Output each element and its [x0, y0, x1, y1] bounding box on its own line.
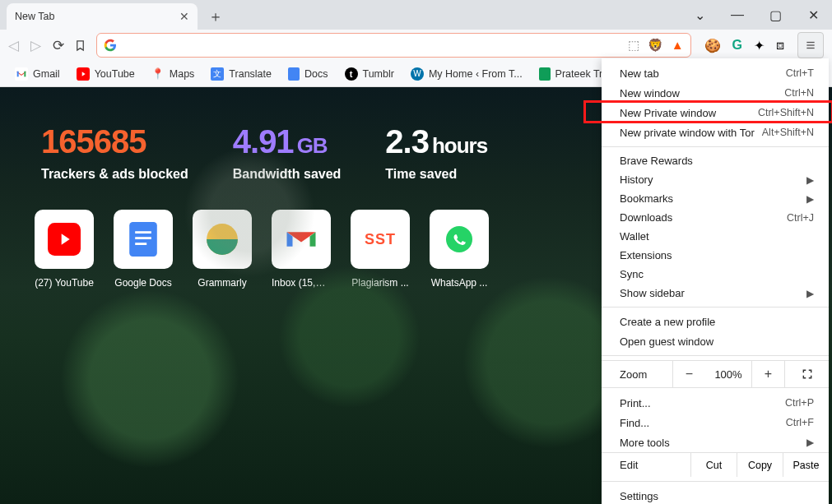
bk-label: Gmail	[33, 68, 60, 80]
svg-rect-3	[15, 67, 28, 81]
tile-grammarly[interactable]: Grammarly	[193, 210, 252, 289]
menu-settings[interactable]: Settings	[602, 486, 829, 504]
menu-downloads[interactable]: DownloadsCtrl+J	[602, 208, 829, 227]
tile-inbox[interactable]: Inbox (15,666)	[272, 210, 331, 289]
menu-item-label: Show sidebar	[620, 287, 685, 299]
cut-button[interactable]: Cut	[690, 453, 737, 477]
fullscreen-button[interactable]	[784, 361, 829, 387]
menu-item-label: Open guest window	[620, 335, 713, 348]
menu-item-label: Create a new profile	[620, 316, 715, 328]
tile-whatsapp[interactable]: WhatsApp ...	[430, 210, 489, 289]
new-tab-button[interactable]: ＋	[204, 5, 227, 28]
menu-item-label: Settings	[620, 490, 658, 502]
menu-sidebar[interactable]: Show sidebar▶	[602, 284, 829, 303]
zoom-out-button[interactable]: −	[672, 361, 705, 387]
window-minimize-icon[interactable]: —	[718, 2, 756, 28]
menu-new-window[interactable]: New windowCtrl+N	[602, 83, 829, 103]
extension-icons: 🍪 G ✦ ⧈	[701, 38, 788, 53]
bk-gmail[interactable]: Gmail	[15, 67, 60, 81]
wallet-ext-icon[interactable]: ⧈	[776, 38, 784, 53]
bk-maps[interactable]: 📍 Maps	[151, 67, 195, 80]
menu-new-tab[interactable]: New tabCtrl+T	[602, 63, 829, 83]
brave-rewards-icon[interactable]: ▲	[672, 38, 684, 53]
back-button[interactable]: ◁	[8, 37, 19, 54]
menu-new-tor[interactable]: New private window with TorAlt+Shift+N	[602, 123, 829, 142]
window-dropdown-icon[interactable]: ⌄	[681, 2, 718, 28]
menu-item-label: History	[620, 173, 653, 186]
reload-button[interactable]: ⟳	[53, 37, 64, 54]
bk-wordpress[interactable]: W My Home ‹ From T...	[411, 67, 523, 81]
zoom-label: Zoom	[602, 368, 672, 381]
menu-item-label: Sync	[620, 268, 644, 280]
grammarly-ext-icon[interactable]: G	[732, 38, 742, 53]
titlebar: New Tab ✕ ＋ ⌄ — ▢ ✕	[0, 0, 832, 30]
forward-button[interactable]: ▷	[30, 37, 41, 54]
menu-extensions[interactable]: Extensions	[602, 246, 829, 265]
stat-label: Time saved	[385, 167, 487, 182]
menu-shortcut: Ctrl+F	[786, 417, 814, 428]
menu-create-profile[interactable]: Create a new profile	[602, 312, 829, 331]
window-maximize-icon[interactable]: ▢	[756, 2, 794, 28]
window-close-icon[interactable]: ✕	[794, 2, 832, 28]
menu-rewards[interactable]: Brave Rewards	[602, 151, 829, 170]
menu-print[interactable]: Print...Ctrl+P	[602, 393, 829, 413]
sheets-icon	[539, 67, 551, 81]
menu-shortcut: Ctrl+Shift+N	[758, 107, 814, 118]
url-input[interactable]	[117, 39, 628, 52]
menu-guest[interactable]: Open guest window	[602, 331, 829, 351]
stat-trackers: 165685 Trackers & ads blocked	[41, 123, 188, 182]
menu-item-label: New tab	[620, 67, 659, 80]
menu-wallet[interactable]: Wallet	[602, 227, 829, 246]
address-bar[interactable]: ⬚ 🦁 ▲	[96, 33, 691, 58]
bk-translate[interactable]: 文 Translate	[211, 67, 272, 81]
stat-value: 165685	[41, 123, 188, 160]
menu-find[interactable]: Find...Ctrl+F	[602, 413, 829, 432]
paste-button[interactable]: Paste	[783, 453, 829, 477]
menu-shortcut: Ctrl+N	[784, 87, 814, 99]
wordpress-icon: W	[411, 67, 424, 81]
menu-item-label: Print...	[620, 397, 651, 409]
svg-point-11	[446, 226, 472, 252]
zoom-percent: 100%	[705, 368, 751, 381]
bk-docs[interactable]: Docs	[288, 67, 328, 81]
zoom-in-button[interactable]: +	[751, 361, 784, 387]
menu-shortcut: Ctrl+T	[786, 67, 814, 79]
bookmark-page-icon[interactable]	[74, 39, 86, 52]
tile-plagiarism[interactable]: SST Plagiarism ...	[351, 210, 410, 289]
menu-new-private[interactable]: New Private windowCtrl+Shift+N	[602, 103, 829, 123]
menu-separator	[602, 355, 829, 356]
menu-separator	[602, 481, 829, 482]
menu-shortcut: Ctrl+J	[787, 212, 814, 224]
cookie-ext-icon[interactable]: 🍪	[704, 38, 721, 53]
tile-googledocs[interactable]: Google Docs	[114, 210, 173, 289]
svg-rect-7	[135, 231, 151, 234]
menu-bookmarks[interactable]: Bookmarks▶	[602, 189, 829, 208]
bk-label: Docs	[304, 68, 328, 80]
tile-label: Inbox (15,666)	[272, 277, 331, 289]
brave-shield-icon[interactable]: 🦁	[648, 38, 663, 53]
menu-item-label: Find...	[620, 417, 649, 429]
menu-edit-row: EditCutCopyPaste	[602, 452, 829, 477]
stat-label: Trackers & ads blocked	[41, 167, 188, 182]
menu-shortcut: Alt+Shift+N	[762, 127, 814, 138]
bk-tumblr[interactable]: t Tumblr	[345, 67, 394, 81]
tile-youtube[interactable]: (27) YouTube	[35, 210, 94, 289]
chevron-right-icon: ▶	[806, 174, 814, 186]
tab-active[interactable]: New Tab ✕	[7, 3, 198, 30]
stat-label: Bandwidth saved	[233, 167, 342, 182]
tab-close-icon[interactable]: ✕	[179, 10, 189, 23]
menu-sync[interactable]: Sync	[602, 265, 829, 284]
extension-omni-icon[interactable]: ⬚	[628, 38, 639, 53]
app-menu: New tabCtrl+TNew windowCtrl+NNew Private…	[602, 58, 829, 504]
svg-rect-9	[135, 243, 146, 245]
app-menu-button[interactable]	[797, 32, 824, 58]
menu-separator	[602, 307, 829, 307]
tumblr-icon: t	[345, 67, 358, 81]
chevron-right-icon: ▶	[806, 193, 814, 205]
copy-button[interactable]: Copy	[737, 453, 783, 477]
menu-more-tools[interactable]: More tools▶	[602, 432, 829, 452]
puzzle-ext-icon[interactable]: ✦	[754, 38, 765, 53]
tab-title: New Tab	[15, 11, 171, 22]
bk-youtube[interactable]: YouTube	[77, 67, 135, 81]
menu-history[interactable]: History▶	[602, 170, 829, 189]
